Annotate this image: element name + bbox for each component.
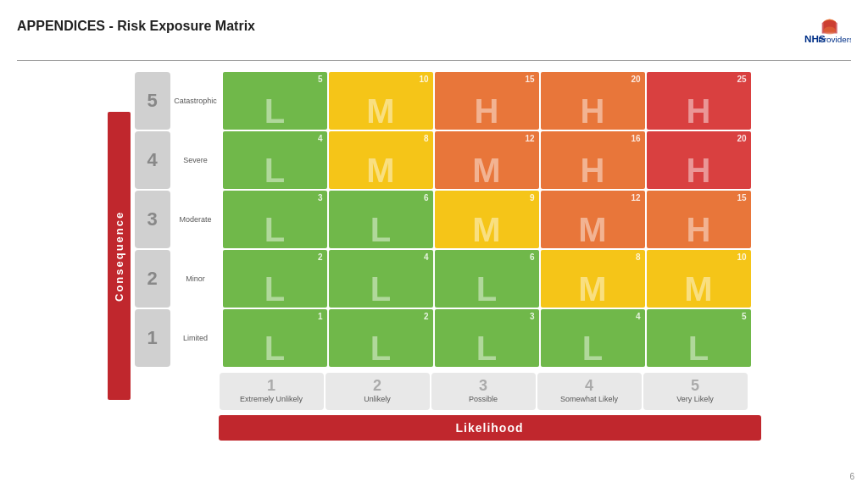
cell-2-3: 6 L	[435, 250, 539, 308]
cell-3-4: 12 M	[541, 191, 645, 248]
matrix-wrapper: Consequence 5 4 3 2 1 Catastro	[17, 71, 851, 441]
grid-row-4: 4 L 8 M 12 M 1	[222, 130, 752, 190]
cell-1-3: 3 L	[435, 309, 539, 367]
col-label-4: 4 Somewhat Likely	[537, 373, 642, 410]
grid-row-2: 2 L 4 L 6 L 8	[222, 249, 752, 308]
row-name-minor: Minor	[171, 249, 220, 308]
cell-3-2: 6 L	[329, 191, 433, 248]
page-title: APPENDICES - Risk Exposure Matrix	[17, 19, 255, 34]
header: APPENDICES - Risk Exposure Matrix NHS Pr…	[17, 15, 851, 53]
cell-1-2: 2 L	[329, 309, 433, 367]
cell-4-5: 20 H	[647, 131, 751, 189]
grid-row-3: 3 L 6 L 9 M 12	[222, 190, 752, 249]
badge-2: 2	[135, 250, 170, 308]
cell-5-2: 10 M	[329, 72, 433, 130]
full-matrix: Consequence 5 4 3 2 1 Catastro	[108, 71, 761, 441]
matrix-body: 5 4 3 2 1 Catastrophic Severe Moderate M…	[134, 71, 761, 441]
cell-2-5: 10 M	[647, 250, 751, 308]
col-label-1: 1 Extremely Unlikely	[220, 373, 324, 410]
grid: 5 L 10 M 15 H	[222, 71, 752, 368]
consequence-label-container: Consequence	[108, 71, 131, 441]
cell-1-1: 1 L	[223, 309, 327, 367]
badge-4: 4	[135, 131, 170, 189]
svg-text:Providers: Providers	[818, 35, 851, 44]
nhs-providers-logo: NHS Providers	[758, 15, 851, 53]
cell-5-1: 5 L	[223, 72, 327, 130]
col-label-3: 3 Possible	[431, 373, 536, 410]
page-number: 6	[849, 472, 854, 481]
cell-3-1: 3 L	[223, 191, 327, 248]
cell-5-4: 20 H	[541, 72, 645, 130]
matrix-rows: 5 4 3 2 1 Catastrophic Severe Moderate M…	[134, 71, 761, 368]
row-names-col: Catastrophic Severe Moderate Minor Limit…	[171, 71, 220, 368]
cell-4-1: 4 L	[223, 131, 327, 189]
col-labels-row: 1 Extremely Unlikely 2 Unlikely 3 Possib…	[219, 373, 761, 410]
logo: NHS Providers	[758, 15, 851, 53]
cell-1-5: 5 L	[647, 309, 751, 367]
consequence-label: Consequence	[108, 112, 131, 400]
number-badges-col: 5 4 3 2 1	[134, 71, 170, 368]
badge-3: 3	[135, 191, 170, 248]
badge-5: 5	[135, 72, 170, 130]
cell-2-2: 4 L	[329, 250, 433, 308]
cell-3-5: 15 H	[647, 191, 751, 248]
cell-2-1: 2 L	[223, 250, 327, 308]
page: APPENDICES - Risk Exposure Matrix NHS Pr…	[0, 0, 868, 488]
cell-4-2: 8 M	[329, 131, 433, 189]
grid-row-1: 1 L 2 L 3 L 4	[222, 308, 752, 368]
row-name-moderate: Moderate	[171, 190, 220, 249]
cell-5-3: 15 H	[435, 72, 539, 130]
cell-4-3: 12 M	[435, 131, 539, 189]
grid-row-5: 5 L 10 M 15 H	[222, 71, 752, 130]
cell-5-5: 25 H	[647, 72, 751, 130]
divider	[17, 60, 851, 61]
badge-1: 1	[135, 309, 170, 367]
col-label-5: 5 Very Likely	[643, 373, 748, 410]
col-label-2: 2 Unlikely	[326, 373, 430, 410]
row-name-severe: Severe	[171, 130, 220, 190]
row-name-limited: Limited	[171, 308, 220, 368]
likelihood-bar: Likelihood	[219, 415, 761, 441]
cell-3-3: 9 M	[435, 191, 539, 248]
cell-4-4: 16 H	[541, 131, 645, 189]
row-name-catastrophic: Catastrophic	[171, 71, 220, 130]
cell-1-4: 4 L	[541, 309, 645, 367]
cell-2-4: 8 M	[541, 250, 645, 308]
